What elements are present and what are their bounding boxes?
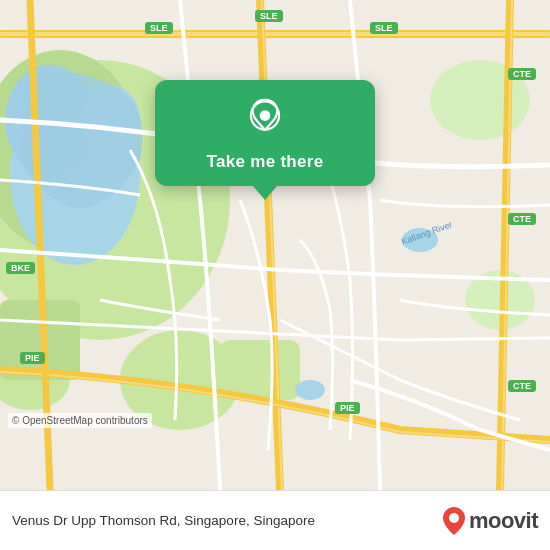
bottom-bar: Venus Dr Upp Thomson Rd, Singapore, Sing…	[0, 490, 550, 550]
road-label-cte-2: CTE	[508, 213, 536, 225]
copyright-text: © OpenStreetMap contributors	[8, 413, 152, 428]
map-container: SLE SLE SLE CTE CTE CTE BKE PIE PIE Kall…	[0, 0, 550, 490]
road-label-sle-2: SLE	[255, 10, 283, 22]
road-label-pie-1: PIE	[20, 352, 45, 364]
moovit-brand-text: moovit	[469, 508, 538, 534]
road-label-sle-1: SLE	[145, 22, 173, 34]
moovit-pin-icon	[443, 507, 465, 535]
road-label-cte-3: CTE	[508, 380, 536, 392]
svg-point-17	[260, 110, 271, 121]
address-text: Venus Dr Upp Thomson Rd, Singapore, Sing…	[12, 513, 443, 528]
road-label-cte-1: CTE	[508, 68, 536, 80]
svg-rect-4	[220, 340, 300, 400]
svg-point-18	[449, 513, 459, 523]
svg-rect-15	[0, 32, 550, 36]
svg-point-13	[295, 380, 325, 400]
take-me-there-button[interactable]: Take me there	[207, 152, 324, 172]
moovit-logo: moovit	[443, 507, 538, 535]
road-label-pie-2: PIE	[335, 402, 360, 414]
location-pin-icon	[243, 98, 287, 142]
road-label-sle-3: SLE	[370, 22, 398, 34]
popup-card[interactable]: Take me there	[155, 80, 375, 186]
road-label-bke: BKE	[6, 262, 35, 274]
